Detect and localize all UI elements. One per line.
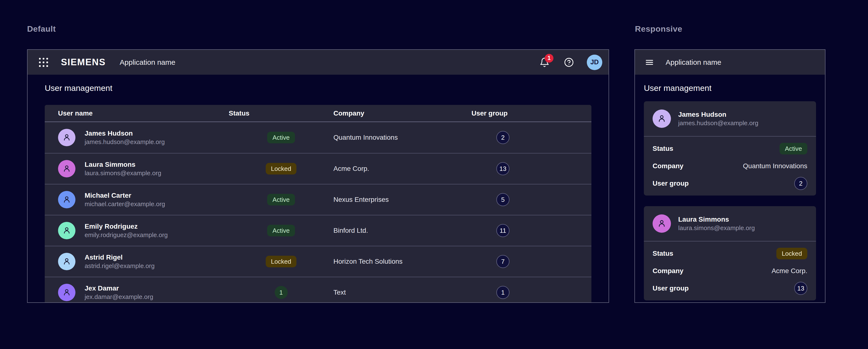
row-avatar [58,284,75,301]
user-cell: Astrid Rigel astrid.rigel@example.org [45,253,229,270]
person-icon [657,114,667,124]
table-row[interactable]: Emily Rodriguez emily.rodriguez@example.… [45,215,591,246]
card-head: Laura Simmons laura.simons@example.org [644,206,816,241]
section-label-responsive: Responsive [635,24,682,34]
row-avatar [58,160,75,178]
menu-button[interactable] [644,58,655,67]
user-email: emily.rodriguez@example.org [85,231,168,239]
company-name: Nexus Enterprises [333,196,471,203]
section-label-default: Default [27,24,56,34]
company-name: Text [333,289,471,296]
status-cell: Active [229,225,333,236]
person-icon [62,195,71,204]
user-name: Astrid Rigel [85,253,155,262]
user-group-badge: 2 [496,131,509,144]
user-group-badge: 13 [794,282,807,295]
user-text: Astrid Rigel astrid.rigel@example.org [85,253,155,270]
field-label-company: Company [653,162,684,170]
card-body: Status Locked Company Acme Corp. User gr… [644,242,816,300]
table-header-row: User name Status Company User group [45,105,591,122]
table-row[interactable]: James Hudson james.hudson@example.org Ac… [45,122,591,153]
notification-count-badge: 1 [545,54,553,63]
user-email: james.hudson@example.org [85,138,165,146]
row-avatar [58,222,75,239]
user-group-badge: 11 [496,224,509,237]
app-switcher-button[interactable] [37,56,50,69]
column-header-status: Status [229,109,333,117]
panel-responsive: Application name User management James H… [634,49,826,303]
responsive-content: User management James Hudson james.hudso… [635,84,825,300]
user-group-cell: 7 [471,255,592,268]
user-name: Laura Simmons [85,160,161,169]
default-content: User management User name Status Company… [28,84,609,303]
user-email: laura.simons@example.org [678,224,755,232]
field-row-user-group: User group 13 [653,280,807,297]
person-icon [62,164,71,173]
field-label-user-group: User group [653,284,689,292]
status-cell: Locked [229,163,333,174]
status-badge: Locked [266,256,297,267]
status-cell: Active [229,194,333,205]
page-title: User management [45,84,591,94]
field-label-user-group: User group [653,180,689,187]
company-name: Acme Corp. [772,267,807,275]
field-row-company: Company Acme Corp. [653,262,807,280]
field-label-status: Status [653,145,673,153]
card-body: Status Active Company Quantum Innovation… [644,136,816,195]
company-name: Horizon Tech Solutions [333,258,471,265]
status-badge: Active [267,225,295,236]
field-row-user-group: User group 2 [653,175,807,192]
user-text: James Hudson james.hudson@example.org [85,129,165,146]
user-cell: Emily Rodriguez emily.rodriguez@example.… [45,222,229,239]
user-card[interactable]: Laura Simmons laura.simons@example.org S… [644,206,816,300]
user-group-cell: 1 [471,286,592,299]
table-row[interactable]: Michael Carter michael.carter@example.or… [45,184,591,215]
person-icon [62,133,71,142]
user-group-badge: 1 [496,286,509,299]
user-group-cell: 5 [471,193,592,206]
help-button[interactable] [564,57,574,68]
user-cell: Laura Simmons laura.simons@example.org [45,160,229,178]
user-group-badge: 7 [496,255,509,268]
row-avatar [58,253,75,270]
user-name: Jex Damar [85,284,153,293]
card-avatar [653,109,671,128]
application-name: Application name [120,58,175,66]
user-email: laura.simons@example.org [85,169,161,177]
column-header-user-group: User group [471,109,592,117]
help-icon [564,57,574,68]
user-name: James Hudson [85,129,165,138]
user-email: michael.carter@example.org [85,200,165,208]
panel-default: SIEMENS Application name 1 JD [27,49,609,303]
person-icon [62,288,71,297]
table-row[interactable]: Astrid Rigel astrid.rigel@example.org Lo… [45,246,591,277]
table-row[interactable]: Jex Damar jex.damar@example.org 1 Text 1 [45,277,591,303]
responsive-page-title: User management [644,84,816,94]
user-group-cell: 11 [471,224,592,237]
status-cell: Active [229,132,333,143]
column-header-company: Company [333,109,471,117]
hamburger-icon [644,58,655,67]
user-text: James Hudson james.hudson@example.org [678,110,758,127]
siemens-logo: SIEMENS [61,57,106,67]
status-cell: 1 [229,286,333,299]
user-name: Laura Simmons [678,215,755,224]
notifications-button[interactable]: 1 [539,57,550,67]
table-row[interactable]: Laura Simmons laura.simons@example.org L… [45,153,591,184]
card-head: James Hudson james.hudson@example.org [644,101,816,136]
users-table: User name Status Company User group Jame… [45,105,591,303]
user-group-badge: 13 [496,162,509,175]
person-icon [62,257,71,266]
user-card[interactable]: James Hudson james.hudson@example.org St… [644,101,816,195]
user-text: Jex Damar jex.damar@example.org [85,284,153,301]
responsive-app-header: Application name [635,50,825,75]
field-label-status: Status [653,250,673,257]
user-avatar[interactable]: JD [587,55,602,70]
app-header: SIEMENS Application name 1 JD [28,50,609,75]
user-text: Laura Simmons laura.simons@example.org [85,160,161,177]
user-name: Michael Carter [85,191,165,200]
user-text: Laura Simmons laura.simons@example.org [678,215,755,232]
person-icon [62,226,71,235]
status-badge: Active [267,194,295,205]
field-row-status: Status Locked [653,245,807,262]
